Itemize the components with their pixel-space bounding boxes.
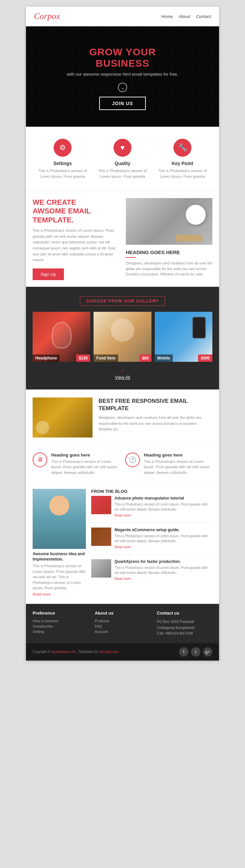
footer-templates-link[interactable]: technips.com <box>99 650 119 654</box>
social-icons: f t g+ <box>179 647 212 657</box>
view-all-link[interactable]: View All <box>115 375 130 380</box>
feature-keypoint: 🔧 Key Point This is Photoshop's version … <box>152 139 212 179</box>
hero-section: GROW YOUR BUSINESS with our awsome respo… <box>26 26 219 127</box>
headphone-label: Headphone <box>33 354 60 362</box>
icon-item-monitor-text: Heading goes here This is Photoshop's ve… <box>51 453 120 475</box>
footer-col-contact: Contact us PO Box 4202 Pahartali Chittag… <box>157 611 212 637</box>
accent-line <box>126 257 136 258</box>
view-all-arrow-icon: ⌄ <box>33 367 212 373</box>
signup-button[interactable]: Sign Up <box>33 269 64 280</box>
coffee-image <box>126 198 212 245</box>
blog-person-image <box>33 489 86 549</box>
footer-link-faq[interactable]: FAQ <box>95 624 150 628</box>
logo: Corpox <box>34 11 60 21</box>
gallery-item-food: Food Item $80 <box>94 312 151 362</box>
hero-title-normal: GROW YOUR <box>89 46 156 57</box>
blog-post-1: Advance photo manupulaion tutorial This … <box>91 496 212 523</box>
features-section: ⚙ Settings This is Photoshop's version o… <box>26 127 219 191</box>
hero-title-accent: BUSINESS <box>96 58 149 69</box>
icon-item-monitor-body: This is Photoshop's version of Lorem Ips… <box>51 459 120 475</box>
email-wrapper: Corpox Home About Contact GROW YOUR BUSI… <box>26 7 219 660</box>
hero-subtitle: with our awsome responsive html email te… <box>33 72 212 77</box>
footer-domain-link[interactable]: yourdomain.com <box>51 650 76 654</box>
middle-heading-line1: WE CREATE <box>33 198 76 207</box>
blog-thumb-1 <box>91 496 111 514</box>
hero-arrow-icon: ⌄ <box>118 83 127 92</box>
right-heading: HEADING GOES HERE <box>126 249 212 255</box>
blog-post-title-2: Magento eCommerce setup guide. <box>114 528 212 532</box>
feature-keypoint-title: Key Point <box>156 161 209 166</box>
nav-about[interactable]: About <box>179 14 190 19</box>
blog-post-readmore-1[interactable]: Read more <box>114 514 131 517</box>
footer-col-preference-title: Preference <box>33 611 88 616</box>
blog-post-content-2: Magento eCommerce setup guide. This is P… <box>114 528 212 550</box>
footer-copyright: Copyright © yourdomain.com , Templates b… <box>33 650 118 654</box>
gallery-grid: Headphone $130 Food Item $80 Mobile $500 <box>33 312 212 362</box>
icon-item-monitor-title: Heading goes here <box>51 453 120 458</box>
wrench-icon: 🔧 <box>173 139 191 157</box>
food-price: $80 <box>139 354 151 362</box>
hero-content: GROW YOUR BUSINESS with our awsome respo… <box>33 46 212 110</box>
blog-post-body-2: This is Photoshop's version of Lorem Ips… <box>114 533 212 544</box>
footer-link-view-in-browser[interactable]: View in browser <box>33 619 88 623</box>
settings-icon: ⚙ <box>54 139 72 157</box>
blog-person-name: Awsome business Idea and Implementetion. <box>33 552 86 562</box>
footer-link-setting[interactable]: Setting <box>33 629 88 633</box>
nav-contact[interactable]: Contact <box>196 14 211 19</box>
footer-link-account[interactable]: Account <box>95 629 150 633</box>
middle-left: WE CREATE AWSOME EMAIL TEMPLATE. This is… <box>33 198 119 280</box>
best-free-content: BEST FREE RESPONSIVE EMAIL TEMPLATE Desi… <box>99 398 212 437</box>
blog-post-title-1: Advance photo manupulaion tutorial <box>114 496 212 500</box>
twitter-icon[interactable]: t <box>191 647 200 657</box>
icon-item-clock: 🕐 Heading goes here This is Photoshop's … <box>125 453 212 475</box>
icon-item-monitor: 🖥 Heading goes here This is Photoshop's … <box>33 453 120 475</box>
right-body: Designers, developers and creatives from… <box>126 260 212 277</box>
best-free-section: BEST FREE RESPONSIVE EMAIL TEMPLATE Desi… <box>26 390 219 446</box>
icons-row: 🖥 Heading goes here This is Photoshop's … <box>26 446 219 483</box>
blog-post-body-1: This is Photoshop's version of Lorem Ips… <box>114 502 212 512</box>
middle-heading-line2: AWSOME EMAIL <box>33 207 91 215</box>
join-button[interactable]: JOIN US <box>99 97 145 110</box>
best-free-body: Designers, developers and creatives from… <box>99 415 212 433</box>
footer-link-products[interactable]: Products <box>95 619 150 623</box>
nav-home[interactable]: Home <box>162 14 173 19</box>
gallery-item-headphone: Headphone $130 <box>33 312 90 362</box>
hero-title: GROW YOUR BUSINESS <box>33 46 212 69</box>
footer-col-preference: Preference View in browser Unsubscribe S… <box>33 611 88 637</box>
food-label: Food Item <box>94 354 118 362</box>
facebook-icon[interactable]: f <box>179 647 188 657</box>
headphone-price: $130 <box>76 354 91 362</box>
gallery-title-wrap: CHOOSE FROM OUR GALLERY <box>33 296 212 306</box>
feature-quality-title: Quality <box>96 161 149 166</box>
feature-quality-desc: This is Photoshop's version of Lorem Ips… <box>96 168 149 179</box>
mobile-price: $500 <box>198 354 212 362</box>
best-free-image <box>33 398 93 437</box>
feature-settings: ⚙ Settings This is Photoshop's version o… <box>33 139 93 179</box>
blog-post-3: QuarkXpress for faster production. This … <box>91 559 212 581</box>
googleplus-icon[interactable]: g+ <box>203 647 212 657</box>
nav: Home About Contact <box>162 14 211 19</box>
blog-post-2: Magento eCommerce setup guide. This is P… <box>91 528 212 555</box>
footer-bottom: Copyright © yourdomain.com , Templates b… <box>26 643 219 660</box>
blog-left: Awsome business Idea and Implementetion.… <box>33 489 86 597</box>
middle-body: This is Photoshop's version of Lorem Ips… <box>33 228 119 263</box>
middle-heading-accent: TEMPLATE. <box>33 216 74 224</box>
footer-address: PO Box 4202 Pahartali Chittagong Banglad… <box>157 619 212 637</box>
blog-right: FROM THE BLOG Advance photo manupulaion … <box>91 489 212 597</box>
footer-link-unsubscribe[interactable]: Unsubscribe <box>33 624 88 628</box>
monitor-icon: 🖥 <box>33 453 47 467</box>
header: Corpox Home About Contact <box>26 7 219 26</box>
footer-links: Preference View in browser Unsubscribe S… <box>26 604 219 643</box>
mobile-label: Mobile <box>155 354 173 362</box>
blog-post-readmore-2[interactable]: Read more <box>114 545 131 549</box>
footer-col-about-title: About us <box>95 611 150 616</box>
blog-thumb-3 <box>91 559 111 578</box>
blog-post-content-1: Advance photo manupulaion tutorial This … <box>114 496 212 518</box>
blog-post-readmore-3[interactable]: Read more <box>114 577 131 581</box>
best-free-title: BEST FREE RESPONSIVE EMAIL TEMPLATE <box>99 398 212 412</box>
footer-col-contact-title: Contact us <box>157 611 212 616</box>
blog-person-readmore[interactable]: Read more <box>33 592 50 596</box>
view-all-section: ⌄ View All <box>33 367 212 380</box>
feature-quality: ♥ Quality This is Photoshop's version of… <box>93 139 152 179</box>
feature-settings-desc: This is Photoshop's version of Lorem Ips… <box>36 168 89 179</box>
